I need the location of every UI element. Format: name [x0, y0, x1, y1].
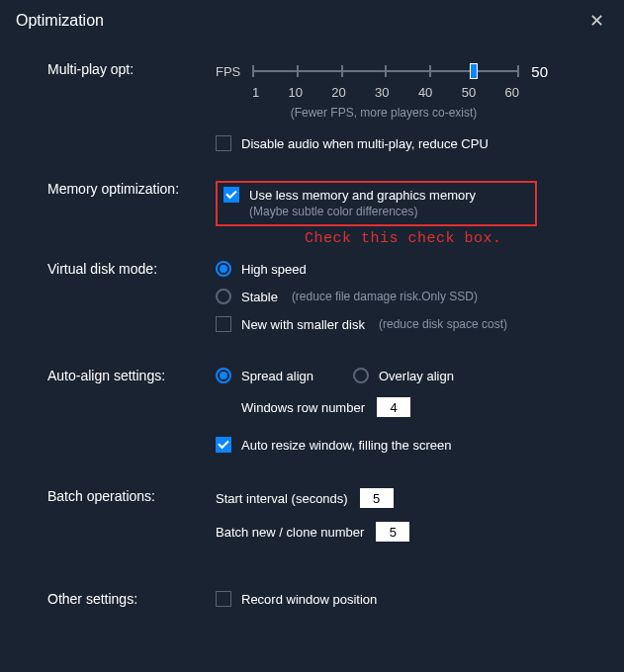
close-icon[interactable]: ✕ [585, 10, 608, 32]
clone-number-label: Batch new / clone number [216, 525, 364, 540]
fps-value: 50 [531, 63, 548, 80]
disable-audio-label: Disable audio when multi-play, reduce CP… [241, 136, 489, 151]
record-position-checkbox[interactable] [216, 591, 231, 607]
overlay-align-label: Overlay align [379, 369, 454, 383]
smaller-disk-hint: (reduce disk space cost) [379, 317, 507, 331]
section-vdisk: Virtual disk mode: High speed Stable (re… [47, 261, 594, 332]
use-less-memory-label: Use less memory and graphics memory [249, 188, 476, 203]
use-less-memory-sub: (Maybe subtle color differences) [249, 205, 476, 218]
titlebar: Optimization ✕ [0, 0, 624, 42]
clone-number-input[interactable] [376, 522, 409, 542]
start-interval-label: Start interval (seconds) [216, 491, 348, 506]
overlay-align-radio[interactable] [353, 368, 369, 383]
window-title: Optimization [16, 12, 104, 30]
other-label: Other settings: [47, 591, 216, 607]
start-interval-input[interactable] [360, 488, 394, 508]
disable-audio-checkbox[interactable] [216, 135, 231, 151]
row-number-input[interactable] [377, 397, 410, 417]
section-batch: Batch operations: Start interval (second… [47, 488, 594, 555]
content: Multi-play opt: FPS 50 1102030405060 (Fe… [0, 42, 624, 607]
stable-radio[interactable] [216, 289, 231, 304]
spread-align-radio[interactable] [216, 368, 231, 383]
stable-hint: (reduce file damage risk.Only SSD) [292, 290, 478, 303]
row-number-label: Windows row number [241, 400, 365, 415]
fps-label: FPS [216, 64, 240, 79]
batch-label: Batch operations: [47, 488, 216, 555]
record-position-label: Record window position [241, 592, 377, 607]
fps-hint: (Fewer FPS, more players co-exist) [235, 106, 532, 120]
high-speed-label: High speed [241, 262, 307, 277]
align-label: Auto-align settings: [47, 368, 216, 453]
section-align: Auto-align settings: Spread align Overla… [47, 368, 594, 453]
vdisk-label: Virtual disk mode: [47, 261, 216, 332]
smaller-disk-label: New with smaller disk [241, 317, 365, 332]
section-memory: Memory optimization: Use less memory and… [47, 181, 594, 247]
high-speed-radio[interactable] [216, 261, 231, 277]
smaller-disk-checkbox[interactable] [216, 316, 231, 332]
section-multiplay: Multi-play opt: FPS 50 1102030405060 (Fe… [47, 61, 594, 151]
annotation-text: Check this check box. [305, 230, 594, 247]
section-other: Other settings: Record window position [47, 591, 594, 607]
memory-label: Memory optimization: [47, 181, 216, 247]
fps-slider-handle[interactable] [470, 63, 478, 79]
multiplay-label: Multi-play opt: [47, 61, 216, 151]
highlight-box: Use less memory and graphics memory (May… [216, 181, 537, 226]
fps-tick-labels: 1102030405060 [252, 85, 519, 100]
use-less-memory-checkbox[interactable] [223, 187, 239, 203]
fps-slider[interactable] [252, 61, 519, 81]
stable-label: Stable [241, 290, 278, 304]
auto-resize-checkbox[interactable] [216, 437, 231, 453]
auto-resize-label: Auto resize window, filling the screen [241, 438, 451, 453]
spread-align-label: Spread align [241, 369, 313, 383]
